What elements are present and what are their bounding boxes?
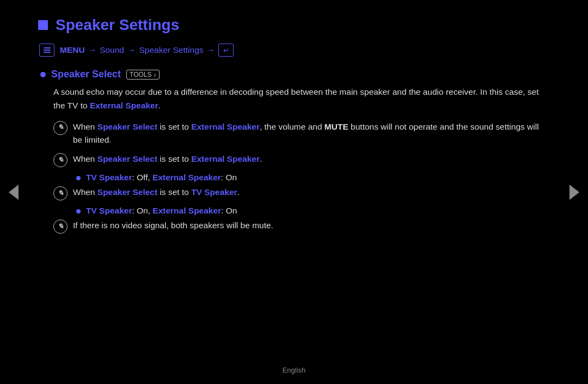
note2-end: .	[260, 154, 262, 163]
note2-bold1: Speaker Select	[97, 154, 157, 163]
sub-bullet-text-1: TV Speaker: Off, External Speaker: On	[86, 173, 237, 182]
note1-mid1: is set to	[157, 122, 191, 131]
section-title: Speaker Select	[51, 69, 121, 80]
sub-bullet-row-2: TV Speaker: On, External Speaker: On	[76, 206, 544, 216]
section-title-row: Speaker Select TOOLS ♪	[38, 69, 544, 80]
breadcrumb: MENU → Sound → Speaker Settings → ↵	[39, 44, 544, 57]
sub-bullet-text-2: TV Speaker: On, External Speaker: On	[86, 206, 237, 216]
footer-language: English	[283, 366, 306, 374]
section-bullet	[40, 72, 46, 77]
title-square-icon	[38, 20, 48, 30]
enter-icon: ↵	[218, 44, 234, 57]
note-icon-1: ✎	[53, 121, 68, 135]
breadcrumb-arrow2: →	[127, 45, 136, 55]
note-row-3: ✎ When Speaker Select is set to TV Speak…	[53, 186, 544, 200]
breadcrumb-arrow3: →	[207, 45, 216, 55]
note3-mid1: is set to	[157, 187, 191, 197]
note3-end: .	[237, 187, 240, 197]
sub-bullet-dot-2	[76, 209, 81, 214]
note-text-2: When Speaker Select is set to External S…	[73, 153, 544, 166]
menu-lines-icon	[42, 46, 52, 54]
note2-prefix: When	[73, 154, 97, 163]
tools-label: TOOLS	[130, 71, 151, 78]
description-bold: External Speaker	[90, 101, 158, 110]
note1-bold2: External Speaker	[191, 122, 260, 131]
note3-prefix: When	[73, 187, 97, 197]
breadcrumb-sound: Sound	[100, 45, 124, 55]
section-description: A sound echo may occur due to a differen…	[53, 86, 544, 113]
note-row-4: ✎ If there is no video signal, both spea…	[53, 219, 544, 234]
note3-bold1: Speaker Select	[97, 187, 157, 197]
tools-music-icon: ♪	[154, 71, 157, 78]
breadcrumb-arrow1: →	[88, 45, 97, 55]
sub-bullet-dot-1	[76, 176, 81, 180]
breadcrumb-menu-label: MENU	[60, 45, 85, 55]
page-title: Speaker Settings	[56, 16, 179, 34]
note-text-3: When Speaker Select is set to TV Speaker…	[73, 186, 544, 199]
page-title-row: Speaker Settings	[38, 16, 544, 34]
sub-bullet-row-1: TV Speaker: Off, External Speaker: On	[76, 173, 544, 182]
note-icon-3: ✎	[53, 186, 68, 200]
menu-icon	[39, 44, 54, 57]
note-icon-2: ✎	[53, 153, 68, 167]
note3-bold2: TV Speaker	[191, 187, 237, 197]
description-end: .	[158, 101, 161, 110]
breadcrumb-speaker-settings: Speaker Settings	[139, 45, 203, 55]
main-content: Speaker Settings MENU → Sound → Speaker …	[0, 0, 588, 255]
note2-bold2: External Speaker	[191, 154, 260, 163]
note-row-2: ✎ When Speaker Select is set to External…	[53, 153, 544, 167]
note1-bold1: Speaker Select	[97, 122, 157, 131]
note-row-1: ✎ When Speaker Select is set to External…	[53, 120, 544, 148]
note-icon-4: ✎	[53, 220, 68, 234]
note-text-4: If there is no video signal, both speake…	[73, 219, 544, 233]
footer: English	[283, 366, 306, 374]
note4-text: If there is no video signal, both speake…	[73, 221, 273, 230]
note-text-1: When Speaker Select is set to External S…	[73, 120, 544, 148]
tools-badge: TOOLS ♪	[126, 70, 160, 80]
note2-mid1: is set to	[157, 154, 191, 163]
note1-prefix: When	[73, 122, 97, 131]
